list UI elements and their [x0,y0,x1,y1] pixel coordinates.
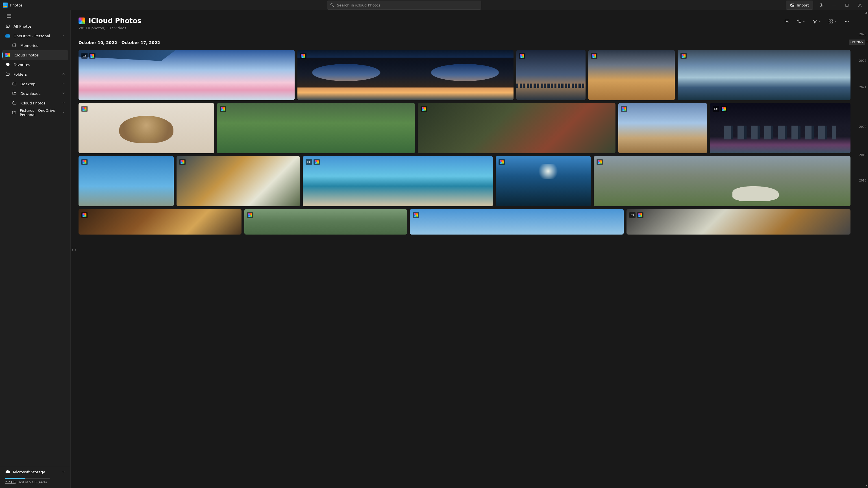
icloud-badge-icon [81,212,88,218]
video-badge-icon [81,53,88,59]
timeline-year[interactable]: 2020 [859,125,866,128]
splitter-handle[interactable]: ⋮⋮ [71,247,77,252]
photo-thumbnail[interactable] [177,156,300,206]
sidebar-item-label: Folders [13,72,27,76]
import-icon [790,3,795,7]
sort-button[interactable] [796,17,806,26]
photo-thumbnail[interactable] [298,50,514,100]
sidebar-item-label: Pictures - OneDrive Personal [20,108,59,117]
minimize-button[interactable] [827,0,840,10]
svg-rect-16 [829,20,831,21]
icloud-badge-icon [421,106,427,112]
photo-thumbnail[interactable] [678,50,850,100]
slideshow-icon [784,19,789,24]
sidebar-item-desktop[interactable]: Desktop [2,79,68,89]
settings-button[interactable] [816,0,827,10]
photo-thumbnail[interactable] [79,50,294,100]
photo-thumbnail[interactable] [79,103,214,153]
photo-thumbnail[interactable] [410,209,624,234]
icloud-badge-icon [720,106,727,112]
maximize-icon [845,4,848,7]
icloud-badge-icon [220,106,226,112]
chevron-down-icon [818,20,821,23]
search-input[interactable]: Search in iCloud Photos [327,1,481,9]
video-badge-icon [713,106,719,112]
video-badge-icon [306,159,312,165]
filter-button[interactable] [811,17,822,26]
photo-thumbnail[interactable] [594,156,850,206]
app-icon [3,3,8,8]
sidebar-item-label: OneDrive - Personal [13,34,50,38]
photo-thumbnail[interactable] [217,103,415,153]
scroll-down-icon[interactable]: ▼ [865,484,867,487]
timeline-year[interactable]: 2023 [859,33,866,36]
photo-thumbnail[interactable] [79,156,174,206]
close-button[interactable] [853,0,866,10]
section-date-heading: October 10, 2022 - October 17, 2022 [79,40,850,45]
photo-thumbnail[interactable] [496,156,591,206]
sidebar-item-label: Desktop [20,82,36,86]
photo-thumbnail[interactable] [79,209,242,234]
sort-icon [797,19,801,24]
sidebar-item-favorites[interactable]: Favorites [2,60,68,69]
sidebar-item-pictures[interactable]: Pictures - OneDrive Personal [2,108,68,118]
photo-thumbnail[interactable] [710,103,850,153]
photo-thumbnail[interactable] [618,103,707,153]
search-placeholder: Search in iCloud Photos [337,3,380,7]
icloud-badge-icon [621,106,627,112]
timeline-tooltip: Oct 2022 [849,39,865,45]
svg-point-22 [848,21,849,22]
scroll-up-icon[interactable]: ▲ [865,11,867,14]
svg-rect-26 [631,214,633,216]
sidebar-item-label: Memories [20,43,38,48]
timeline-scrubber[interactable]: ▲ 2023 Oct 2022 2022 2021 2020 2019 2018… [858,10,868,488]
maximize-button[interactable] [840,0,853,10]
photo-thumbnail[interactable] [516,50,586,100]
import-button[interactable]: Import [786,1,813,9]
more-button[interactable] [843,17,850,26]
icloud-badge-icon [499,159,505,165]
sidebar: All Photos OneDrive - Personal Memories … [0,10,71,488]
grid-icon [829,19,833,24]
content-area: ⋮⋮ iCloud Photos 20518 photos, 307 video… [71,10,868,488]
search-icon [330,3,334,7]
icloud-badge-icon [313,159,320,165]
sidebar-item-all-photos[interactable]: All Photos [2,22,68,31]
svg-point-3 [791,4,792,5]
sidebar-item-label: All Photos [13,24,32,29]
storage-used-link[interactable]: 2.2 GB [5,480,16,484]
chevron-up-icon [62,72,65,76]
sidebar-item-folders[interactable]: Folders [2,69,68,79]
folder-icon [5,72,10,76]
icloud-badge-icon [637,212,644,218]
storage-progress [5,478,50,479]
timeline-year[interactable]: 2021 [859,86,866,89]
photo-thumbnail[interactable] [588,50,675,100]
photo-thumbnail[interactable] [303,156,493,206]
svg-rect-6 [846,4,848,6]
timeline-year[interactable]: 2022 [859,59,866,62]
timeline-year[interactable]: 2019 [859,154,866,157]
sidebar-item-onedrive[interactable]: OneDrive - Personal [2,31,68,41]
folder-icon [12,91,17,96]
chevron-up-icon [62,34,65,38]
photo-thumbnail[interactable] [626,209,850,234]
sidebar-item-icloud-folder[interactable]: iCloud Photos [2,98,68,108]
timeline-year[interactable]: 2018 [859,179,866,182]
sidebar-item-downloads[interactable]: Downloads [2,89,68,98]
svg-rect-17 [831,20,832,21]
photo-thumbnail[interactable] [418,103,616,153]
filter-icon [813,19,817,24]
photo-thumbnail[interactable] [244,209,407,234]
menu-toggle-button[interactable] [4,12,14,20]
storage-panel[interactable]: Microsoft Storage 2.2 GB used of 5 GB (4… [0,466,70,488]
sidebar-item-icloud[interactable]: iCloud Photos [2,50,68,60]
view-button[interactable] [827,17,838,26]
slideshow-button[interactable] [783,17,790,26]
memories-icon [12,43,17,48]
chevron-down-icon [62,82,65,86]
svg-point-21 [846,21,847,22]
sidebar-item-memories[interactable]: Memories [2,41,68,50]
svg-line-1 [333,6,334,7]
page-subtitle: 20518 photos, 307 videos [79,26,142,30]
